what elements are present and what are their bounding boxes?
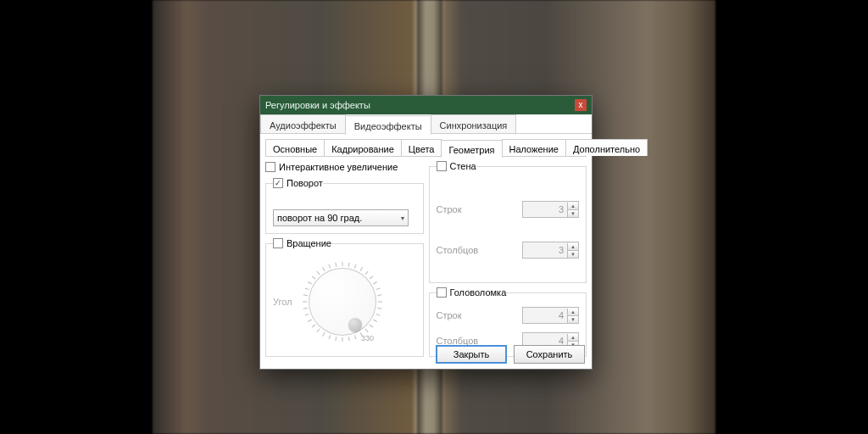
wall-cols-input[interactable] [523,243,567,257]
svg-line-4 [365,271,368,275]
svg-line-7 [376,288,380,290]
wall-rows-spinner[interactable]: ▲▼ [522,201,579,218]
angle-dial[interactable]: 330 [300,259,385,344]
wall-cols-label: Столбцов [437,245,479,255]
interactive-zoom-row: Интерактивное увеличение [265,160,424,174]
svg-line-23 [312,325,315,327]
wall-rows-input[interactable] [523,203,567,216]
rotate-title: Поворот [287,178,323,188]
puzzle-rows-row: Строк ▲▼ [437,307,580,324]
subtab-geometry[interactable]: Геометрия [441,140,502,158]
effects-dialog: Регулировки и эффекты x Аудиоэффекты Вид… [259,95,593,370]
spin-dial-area: Угол 330 [273,254,416,349]
spin-checkbox[interactable] [273,238,283,248]
svg-line-30 [308,282,311,285]
svg-line-1 [348,263,349,267]
tab-audio-effects[interactable]: Аудиоэффекты [260,114,346,133]
svg-line-29 [305,288,309,290]
viewport: Регулировки и эффекты x Аудиоэффекты Вид… [0,0,868,434]
svg-line-33 [323,267,326,270]
subtab-crop[interactable]: Кадрирование [324,139,402,156]
subtab-basic[interactable]: Основные [265,139,325,156]
svg-line-26 [303,308,308,309]
svg-line-16 [354,335,356,339]
svg-line-21 [323,332,326,336]
svg-line-34 [329,264,331,269]
svg-line-13 [370,325,373,327]
svg-line-20 [329,335,331,339]
svg-line-19 [336,337,337,341]
titlebar[interactable]: Регулировки и эффекты x [260,96,592,114]
wall-rows-label: Строк [437,204,462,214]
spinner-up-icon[interactable]: ▲ [568,243,578,250]
svg-line-3 [360,267,363,270]
rotate-select[interactable]: поворот на 90 град. ▾ [273,209,409,226]
save-button[interactable]: Сохранить [514,345,585,364]
window-title: Регулировки и эффекты [265,96,370,114]
svg-line-10 [377,308,381,309]
svg-line-14 [365,329,368,332]
svg-line-25 [305,314,309,315]
tab-video-effects[interactable]: Видеоэффекты [345,115,431,135]
chevron-down-icon: ▾ [401,214,404,222]
subtab-colors[interactable]: Цвета [401,139,442,156]
spinner-up-icon[interactable]: ▲ [568,334,578,341]
wall-group: Стена Строк ▲▼ Столбцов [429,160,587,283]
spinner-down-icon[interactable]: ▼ [568,315,578,323]
spin-group: Вращение Угол [265,237,424,357]
interactive-zoom-label: Интерактивное увеличение [279,162,398,172]
main-tabs: Аудиоэффекты Видеоэффекты Синхронизация [260,114,592,134]
wall-rows-row: Строк ▲▼ [437,201,580,218]
spinner-down-icon[interactable]: ▼ [568,250,578,258]
subtab-advanced[interactable]: Дополнительно [565,139,648,156]
dialog-footer: Закрыть Сохранить [436,345,585,364]
wall-cols-row: Столбцов ▲▼ [437,242,580,259]
spinner-up-icon[interactable]: ▲ [568,203,578,209]
interactive-zoom-checkbox[interactable] [265,162,275,172]
svg-line-8 [377,295,381,296]
tab-sync[interactable]: Синхронизация [431,114,517,133]
svg-line-12 [373,320,376,322]
svg-line-31 [312,276,315,279]
wall-title: Стена [450,161,476,171]
svg-line-22 [317,329,320,332]
svg-line-24 [308,320,311,322]
svg-line-5 [370,276,373,279]
svg-line-17 [348,337,349,341]
geometry-panel: Интерактивное увеличение ✓ Поворот повор… [260,157,592,362]
angle-label: Угол [273,297,295,307]
puzzle-rows-label: Строк [437,310,462,320]
dial-knob[interactable] [348,318,362,331]
close-icon[interactable]: x [575,99,587,111]
puzzle-rows-input[interactable] [523,309,567,322]
close-button[interactable]: Закрыть [436,345,507,364]
rotate-group: ✓ Поворот поворот на 90 град. ▾ [265,177,424,234]
rotate-select-value: поворот на 90 град. [277,213,362,223]
svg-line-35 [336,263,337,267]
puzzle-rows-spinner[interactable]: ▲▼ [522,307,579,324]
subtab-overlay[interactable]: Наложение [502,139,566,156]
puzzle-checkbox[interactable] [437,287,447,298]
svg-line-28 [303,295,308,296]
svg-line-32 [317,271,320,275]
wall-cols-spinner[interactable]: ▲▼ [522,242,579,259]
rotate-checkbox[interactable]: ✓ [273,178,283,188]
svg-line-6 [373,282,376,285]
spin-title: Вращение [287,238,331,248]
spinner-up-icon[interactable]: ▲ [568,309,578,315]
right-column: Стена Строк ▲▼ Столбцов [429,160,587,357]
svg-line-11 [376,314,380,315]
wall-checkbox[interactable] [437,161,447,171]
left-column: Интерактивное увеличение ✓ Поворот повор… [265,160,424,357]
angle-value: 330 [361,334,374,342]
puzzle-title: Головоломка [450,287,507,298]
svg-line-2 [354,264,356,269]
spinner-down-icon[interactable]: ▼ [568,209,578,217]
video-subtabs: Основные Кадрирование Цвета Геометрия На… [265,139,587,157]
dial-face [309,268,376,336]
